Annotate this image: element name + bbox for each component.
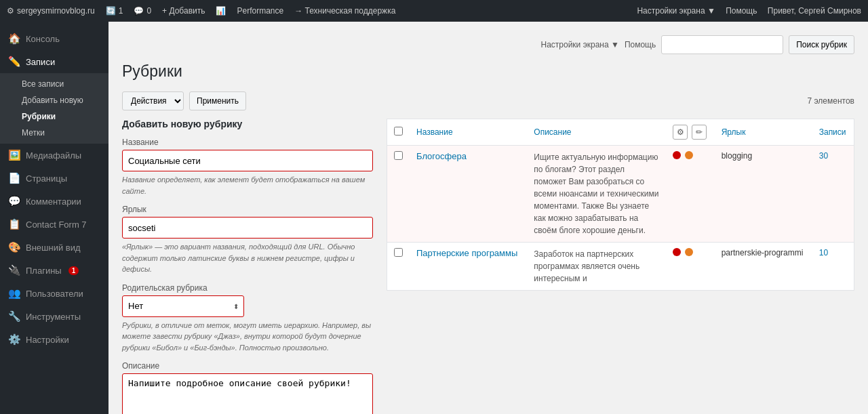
desc-textarea[interactable]: Напишите подробное описание своей рубрик… bbox=[122, 373, 373, 414]
parent-select-wrapper: Нет ⬍ bbox=[122, 295, 244, 317]
sidebar-item-pages[interactable]: 📄 Страницы bbox=[0, 167, 108, 190]
sidebar-item-categories[interactable]: Рубрики bbox=[0, 108, 108, 125]
col-icons-header: ⚙ ✏ bbox=[666, 119, 715, 146]
posts-submenu: Все записи Добавить новую Рубрики Метки bbox=[0, 73, 108, 144]
slug-hint: «Ярлык» — это вариант названия, подходящ… bbox=[122, 241, 373, 275]
table-panel: Название Описание ⚙ ✏ bbox=[387, 119, 854, 291]
sidebar-item-console[interactable]: 🏠 Консоль bbox=[0, 27, 108, 50]
search-rubric-input[interactable] bbox=[661, 35, 783, 54]
name-hint: Название определяет, как элемент будет о… bbox=[122, 174, 373, 196]
icon-col-1[interactable]: ⚙ bbox=[673, 125, 688, 140]
name-input[interactable] bbox=[122, 150, 373, 171]
comment-icon: 💬 bbox=[134, 6, 144, 16]
sidebar-item-comments[interactable]: 💬 Комментарии bbox=[0, 190, 108, 213]
red-dot-icon bbox=[673, 151, 681, 159]
sidebar-item-appearance[interactable]: 🎨 Внешний вид bbox=[0, 236, 108, 259]
col-posts-header[interactable]: Записи bbox=[812, 119, 854, 146]
search-rubric-button[interactable]: Поиск рубрик bbox=[789, 35, 854, 54]
content-columns: Добавить новую рубрику Название Название… bbox=[122, 119, 854, 414]
sidebar-item-users[interactable]: 👥 Пользователи bbox=[0, 282, 108, 305]
orange-dot-icon bbox=[685, 151, 693, 159]
tech-support-link[interactable]: → Техническая поддержка bbox=[294, 6, 395, 16]
main-content: Настройки экрана ▼ Помощь Поиск рубрик Р… bbox=[108, 22, 868, 414]
help-btn[interactable]: Помощь bbox=[625, 40, 656, 49]
screen-settings-btn[interactable]: Настройки экрана ▼ bbox=[540, 40, 618, 49]
posts-count-link[interactable]: 10 bbox=[819, 248, 828, 257]
name-label: Название bbox=[122, 138, 373, 147]
row-checkbox[interactable] bbox=[394, 151, 403, 160]
pages-icon: 📄 bbox=[8, 172, 20, 184]
plugins-badge: 1 bbox=[68, 266, 79, 275]
settings-icon: ⚙️ bbox=[8, 333, 20, 346]
slug-field: Ярлык «Ярлык» — это вариант названия, по… bbox=[122, 205, 373, 275]
row-posts-cell: 10 bbox=[812, 243, 854, 291]
col-slug-header[interactable]: Ярлык bbox=[715, 119, 812, 146]
screen-settings-top[interactable]: Настройки экрана ▼ bbox=[637, 6, 715, 16]
bulk-actions-select[interactable]: Действия bbox=[122, 91, 184, 110]
parent-hint: Рубрики, в отличие от меток, могут иметь… bbox=[122, 320, 373, 354]
items-count: 7 элементов bbox=[807, 96, 854, 106]
site-link[interactable]: ⚙ sergeysmirnovblog.ru bbox=[7, 6, 95, 16]
table-row: Блогосфера Ищите актуальную информацию п… bbox=[387, 146, 854, 243]
name-field: Название Название определяет, как элемен… bbox=[122, 138, 373, 196]
admin-bar-right: Настройки экрана ▼ Помощь Привет, Сергей… bbox=[637, 6, 861, 16]
rubric-name-link[interactable]: Блогосфера bbox=[416, 151, 467, 161]
row-checkbox[interactable] bbox=[394, 248, 403, 257]
sidebar-item-all-posts[interactable]: Все записи bbox=[0, 76, 108, 92]
row-checkbox-cell bbox=[387, 146, 410, 243]
performance-link[interactable]: Performance bbox=[237, 6, 283, 16]
form-panel: Добавить новую рубрику Название Название… bbox=[122, 119, 373, 414]
plugins-icon: 🔌 bbox=[8, 264, 20, 276]
help-top[interactable]: Помощь bbox=[726, 6, 757, 16]
greeting: Привет, Сергей Смирнов bbox=[768, 6, 861, 16]
row-icons-cell bbox=[666, 146, 715, 243]
col-checkbox bbox=[387, 119, 410, 146]
sidebar-item-media[interactable]: 🖼️ Медиафайлы bbox=[0, 144, 108, 167]
col-name-header[interactable]: Название bbox=[410, 119, 527, 146]
desc-label: Описание bbox=[122, 361, 373, 371]
admin-bar: ⚙ sergeysmirnovblog.ru 🔄 1 💬 0 + Добавит… bbox=[0, 0, 868, 22]
table-header-row: Название Описание ⚙ ✏ bbox=[387, 119, 854, 146]
icon-col-2[interactable]: ✏ bbox=[692, 125, 707, 140]
sidebar-item-tags[interactable]: Метки bbox=[0, 125, 108, 141]
apply-button[interactable]: Применить bbox=[189, 91, 246, 110]
comments-link[interactable]: 💬 0 bbox=[134, 6, 151, 16]
sidebar-item-settings[interactable]: ⚙️ Настройки bbox=[0, 328, 108, 351]
wp-logo-icon: ⚙ bbox=[7, 6, 14, 16]
table-row: Партнерские программы Заработок на партн… bbox=[387, 243, 854, 291]
users-icon: 👥 bbox=[8, 287, 20, 299]
parent-select[interactable]: Нет bbox=[122, 295, 244, 317]
row-slug-cell: blogging bbox=[715, 146, 812, 243]
row-name-cell: Блогосфера bbox=[410, 146, 527, 243]
select-all-checkbox[interactable] bbox=[394, 127, 403, 136]
sidebar-item-plugins[interactable]: 🔌 Плагины 1 bbox=[0, 259, 108, 282]
rubric-name-link[interactable]: Партнерские программы bbox=[416, 248, 517, 258]
col-description-header[interactable]: Описание bbox=[527, 119, 666, 146]
add-new-link[interactable]: + Добавить bbox=[162, 6, 205, 16]
admin-bar-left: ⚙ sergeysmirnovblog.ru 🔄 1 💬 0 + Добавит… bbox=[7, 6, 626, 16]
posts-count-link[interactable]: 30 bbox=[819, 151, 828, 161]
tools-icon: 🔧 bbox=[8, 310, 20, 323]
slug-label: Ярлык bbox=[122, 205, 373, 214]
row-checkbox-cell bbox=[387, 243, 410, 291]
updates-link[interactable]: 🔄 1 bbox=[106, 6, 123, 16]
console-icon: 🏠 bbox=[8, 33, 20, 45]
rubrics-table: Название Описание ⚙ ✏ bbox=[387, 119, 854, 291]
parent-field: Родительская рубрика Нет ⬍ Рубрики, в от… bbox=[122, 283, 373, 354]
sidebar-item-tools[interactable]: 🔧 Инструменты bbox=[0, 305, 108, 328]
row-description-cell: Ищите актуальную информацию по блогам? Э… bbox=[527, 146, 666, 243]
appearance-icon: 🎨 bbox=[8, 241, 20, 253]
slug-input[interactable] bbox=[122, 217, 373, 239]
posts-icon: ✏️ bbox=[8, 56, 20, 68]
sidebar: 🏠 Консоль ✏️ Записи Все записи Добавить … bbox=[0, 22, 108, 414]
row-posts-cell: 30 bbox=[812, 146, 854, 243]
sidebar-item-posts[interactable]: ✏️ Записи bbox=[0, 50, 108, 73]
parent-label: Родительская рубрика bbox=[122, 283, 373, 293]
desc-field: Описание Напишите подробное описание сво… bbox=[122, 361, 373, 414]
sidebar-item-contact-form[interactable]: 📋 Contact Form 7 bbox=[0, 213, 108, 236]
yoast-icon[interactable]: 📊 bbox=[216, 6, 226, 16]
page-title: Рубрики bbox=[122, 62, 854, 81]
row-slug-cell: partnerskie-programmi bbox=[715, 243, 812, 291]
media-icon: 🖼️ bbox=[8, 149, 20, 161]
sidebar-item-add-new[interactable]: Добавить новую bbox=[0, 92, 108, 108]
